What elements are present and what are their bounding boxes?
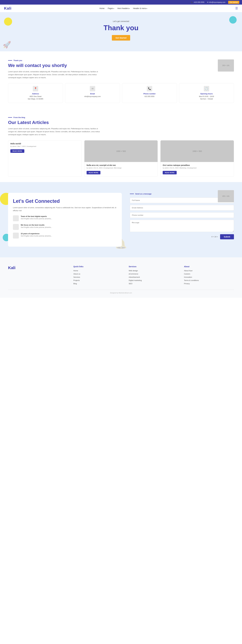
footer-link-blog[interactable]: Blog xyxy=(73,282,77,284)
article-card-3: 1000 × 563 Orci varius natoque penatibus… xyxy=(160,140,234,177)
feature-title-2: We focus on the best results xyxy=(21,224,52,226)
feature-text-2: We focus on the best results Sed fringil… xyxy=(21,224,52,228)
phone-input[interactable] xyxy=(130,212,234,218)
feature-text-3: 15 years of experience Sed fringilla nul… xyxy=(21,232,52,237)
feature-icon-2 xyxy=(13,224,19,230)
contact-section-text: Lorem ipsum dolor sit amet, consectetur … xyxy=(8,70,102,79)
hero-subtitle: Let's get connected xyxy=(3,20,239,22)
footer-services: Services Web design eCommerce Advertisem… xyxy=(129,266,179,286)
card-address-text: 4953 Vine Street San Diego, CA 92465 xyxy=(10,95,61,100)
feature-item-3: 15 years of experience Sed fringilla nul… xyxy=(13,232,117,238)
blog-section-title: Our Latest Articles xyxy=(8,120,234,125)
article-img-3: 1000 × 563 xyxy=(160,140,234,162)
footer-quick-links-title: Quick links xyxy=(73,266,123,268)
footer-about-kavi[interactable]: About Kavi xyxy=(184,270,193,272)
topbar-phone: 📞 +815.555.5555 xyxy=(191,1,204,3)
feature-text-1: Team of the best digital experts Sed fri… xyxy=(21,215,52,220)
site-logo: Kali xyxy=(4,6,11,10)
clock-icon: 🕐 xyxy=(204,86,209,91)
footer-about: About About Kavi Careers Innovation Term… xyxy=(184,266,234,286)
phone-group xyxy=(130,212,234,218)
footer-credit: Designed by Marketendilcart.com xyxy=(8,290,234,294)
nav-hero-headers[interactable]: Hero headers xyxy=(117,7,130,10)
footer-svc-webdesign[interactable]: Web design xyxy=(129,270,138,272)
card-hours-text: Mon-Fri 9:00 – 18:00 Sat-Sun – Closed xyxy=(181,95,232,100)
footer-about-privacy[interactable]: Privacy xyxy=(184,282,190,284)
feature-icon-3 xyxy=(13,232,19,238)
connect-desc: Lorem ipsum dolor sit amet, consectetur … xyxy=(13,206,117,212)
hero-rocket-icon: 🚀 xyxy=(3,41,11,49)
footer: Kali Quick links Home About us Services … xyxy=(0,258,242,298)
card-hours-title: Opening hours xyxy=(181,93,232,95)
feature-desc-1: Sed fringilla nulla id ante pulvinar pha… xyxy=(21,218,52,220)
card-address-title: Address xyxy=(10,93,61,95)
hamburger-icon[interactable]: ☰ xyxy=(235,6,238,10)
connect-title: Let's Get Connected xyxy=(13,198,117,204)
email-icon: ✉ xyxy=(90,86,95,91)
footer-link-about[interactable]: About us xyxy=(73,273,80,275)
phone-icon: 📞 xyxy=(147,86,152,91)
feature-item-1: Team of the best digital experts Sed fri… xyxy=(13,215,117,221)
feature-item-2: We focus on the best results Sed fringil… xyxy=(13,224,117,230)
hero-circle-teal xyxy=(229,16,237,24)
card-email-text: info@mycompany.com xyxy=(67,95,118,98)
article-img-2: 1000 × 563 xyxy=(84,140,158,162)
nav-home[interactable]: Home xyxy=(100,7,105,10)
article-body-1: Hello world! by admin | Mar 7, 2023 | Un… xyxy=(8,140,82,155)
hero-cta-button[interactable]: Get Started xyxy=(112,35,130,40)
top-bar: 📞 +815.555.5555 ✉ info@mycompany.com Get… xyxy=(0,0,242,4)
address-icon: 📍 xyxy=(33,86,38,91)
read-more-btn-3[interactable]: READ MORE xyxy=(163,171,177,174)
article-body-3: Orci varius natoque penatibus by admin |… xyxy=(160,162,234,176)
footer-about-terms[interactable]: Terms & conditions xyxy=(184,279,199,281)
footer-svc-advertisement[interactable]: Advertisement xyxy=(129,276,140,278)
hero-circle-yellow xyxy=(4,18,12,26)
footer-services-title: Services xyxy=(129,266,179,268)
article-title-2: Nulla arcu mi, suscipit ut dui nec xyxy=(87,164,155,166)
blog-section: From the blog Our Latest Articles Lorem … xyxy=(0,108,242,182)
read-more-btn-1[interactable]: READ MORE xyxy=(10,149,24,153)
feature-desc-3: Sed fringilla nulla id ante pulvinar pha… xyxy=(21,235,52,237)
footer-link-home[interactable]: Home xyxy=(73,270,78,272)
card-phone: 📞 Phone number 815.555.5555 xyxy=(122,83,177,103)
email-input[interactable] xyxy=(130,205,234,210)
article-card-2: 1000 × 563 Nulla arcu mi, suscipit ut du… xyxy=(84,140,158,177)
article-meta-1: by admin | Mar 7, 2023 | Uncategorised xyxy=(10,146,79,147)
contact-section-label: Thank you xyxy=(8,60,234,62)
footer-about-innovation[interactable]: Innovation xyxy=(184,276,192,278)
blog-section-label: From the blog xyxy=(8,116,234,118)
form-footer: 4 + 14 = Submit xyxy=(130,234,234,239)
card-phone-title: Phone number xyxy=(124,93,175,95)
nav-links: Home Pages Hero headers Header & menu xyxy=(100,7,147,10)
topbar-cta-button[interactable]: Get started xyxy=(228,1,239,4)
footer-svc-seo[interactable]: SEO xyxy=(129,282,132,284)
contact-section-title: We will contact you shortly xyxy=(8,63,234,68)
nav-pages[interactable]: Pages xyxy=(108,7,114,10)
feature-icon-1 xyxy=(13,215,19,221)
article-body-2: Nulla arcu mi, suscipit ut dui nec by ad… xyxy=(84,162,158,176)
footer-svc-digital[interactable]: Digital marketing xyxy=(129,279,142,281)
hero-section: 🚀 Let's get connected Thank you Get Star… xyxy=(0,12,242,51)
article-title-1: Hello world! xyxy=(10,142,79,145)
blog-section-text: Lorem ipsum dolor sit amet, consectetur … xyxy=(8,127,102,136)
footer-link-projects[interactable]: Projects xyxy=(73,279,80,281)
feature-title-3: 15 years of experience xyxy=(21,232,52,234)
nav-header-menu[interactable]: Header & menu xyxy=(133,7,147,10)
card-address: 📍 Address 4953 Vine Street San Diego, CA… xyxy=(8,83,63,103)
article-card-1: Hello world! by admin | Mar 7, 2023 | Un… xyxy=(8,140,82,177)
email-group xyxy=(130,205,234,210)
message-group xyxy=(130,220,234,232)
footer-quick-links: Quick links Home About us Services Proje… xyxy=(73,266,123,286)
submit-button[interactable]: Submit xyxy=(220,234,234,239)
read-more-btn-2[interactable]: READ MORE xyxy=(87,171,101,174)
footer-link-services[interactable]: Services xyxy=(73,276,80,278)
card-email: ✉ Email info@mycompany.com xyxy=(65,83,120,103)
connect-inner: Let's Get Connected Lorem ipsum dolor si… xyxy=(8,193,234,246)
footer-svc-ecommerce[interactable]: eCommerce xyxy=(129,273,138,275)
card-hours: 🕐 Opening hours Mon-Fri 9:00 – 18:00 Sat… xyxy=(179,83,234,103)
articles-row: Hello world! by admin | Mar 7, 2023 | Un… xyxy=(8,140,234,177)
topbar-email: ✉ info@mycompany.com xyxy=(207,1,225,3)
footer-about-careers[interactable]: Careers xyxy=(184,273,190,275)
message-input[interactable] xyxy=(130,220,234,232)
article-title-3: Orci varius natoque penatibus xyxy=(163,164,232,166)
